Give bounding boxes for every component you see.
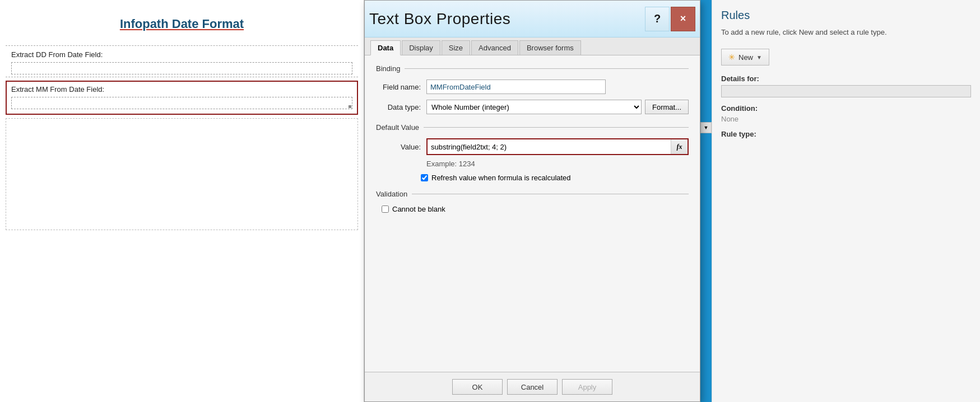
cannot-blank-label: Cannot be blank xyxy=(392,205,445,213)
rules-panel: Rules To add a new rule, click New and s… xyxy=(712,0,980,402)
binding-section-header: Binding xyxy=(376,64,689,73)
example-text: Example: 1234 xyxy=(426,160,689,168)
dd-field-label: Extract DD From Date Field: xyxy=(6,46,358,61)
rules-description: To add a new rule, click New and select … xyxy=(721,27,971,38)
tab-advanced[interactable]: Advanced xyxy=(471,40,518,55)
apply-button[interactable]: Apply xyxy=(562,379,612,395)
tab-data[interactable]: Data xyxy=(370,40,401,55)
default-value-section: Default Value xyxy=(376,123,689,132)
new-btn-container: ✳ New ▼ xyxy=(721,49,971,66)
cannot-blank-checkbox[interactable] xyxy=(382,205,389,213)
tab-display[interactable]: Display xyxy=(402,40,440,55)
cancel-button[interactable]: Cancel xyxy=(507,379,558,395)
mm-field-label: Extract MM From Date Field: xyxy=(11,85,352,94)
value-row: Value: fx xyxy=(376,138,689,155)
form-title: Infopath Date Format xyxy=(0,0,364,43)
default-value-header: Default Value xyxy=(376,123,689,132)
rule-type-section: Rule type: xyxy=(721,130,971,138)
text-box-properties-dialog: Text Box Properties ? × Data Display Siz… xyxy=(364,0,700,402)
validation-section: Validation Cannot be blank xyxy=(376,190,689,213)
dialog-footer: OK Cancel Apply xyxy=(365,372,700,401)
blue-strip xyxy=(700,0,712,402)
dialog-close-button[interactable]: × xyxy=(671,7,695,31)
mm-field-selected-container: Extract MM From Date Field: xyxy=(6,81,358,115)
value-label: Value: xyxy=(376,143,426,151)
condition-section: Condition: None xyxy=(721,104,971,123)
format-button[interactable]: Format... xyxy=(645,100,689,114)
dialog-tabs: Data Display Size Advanced Browser forms xyxy=(365,38,700,55)
dialog-area: ▼ Text Box Properties ? × Data Display S… xyxy=(364,0,712,402)
value-input-container: fx xyxy=(426,138,689,155)
dialog-titlebar: Text Box Properties ? × xyxy=(365,1,700,38)
details-label: Details for: xyxy=(721,74,971,83)
form-empty-section xyxy=(6,118,358,230)
data-type-input-row: Whole Number (integer) Format... xyxy=(426,100,689,114)
field-name-label: Field name: xyxy=(376,83,426,91)
form-section-dd: Extract DD From Date Field: xyxy=(6,45,358,77)
fx-button[interactable]: fx xyxy=(671,139,688,154)
condition-value: None xyxy=(721,115,971,123)
dialog-help-button[interactable]: ? xyxy=(645,7,670,31)
side-dropdown-arrow[interactable]: ▼ xyxy=(700,122,712,133)
dialog-title: Text Box Properties xyxy=(369,10,510,28)
form-area: Infopath Date Format Extract DD From Dat… xyxy=(0,0,364,402)
new-btn-label: New xyxy=(739,53,753,62)
rules-title: Rules xyxy=(721,9,971,22)
condition-label: Condition: xyxy=(721,104,971,113)
value-input[interactable] xyxy=(428,139,671,154)
rule-type-label: Rule type: xyxy=(721,130,971,138)
mm-field-input[interactable] xyxy=(11,97,352,109)
details-section: Details for: xyxy=(721,74,971,97)
tab-size[interactable]: Size xyxy=(442,40,470,55)
side-arrows: ▼ xyxy=(700,122,712,133)
resize-handle xyxy=(349,105,351,108)
data-type-label: Data type: xyxy=(376,103,426,111)
new-btn-dropdown-arrow: ▼ xyxy=(756,54,762,60)
dialog-title-buttons: ? × xyxy=(645,7,695,31)
new-rule-button[interactable]: ✳ New ▼ xyxy=(721,49,769,66)
new-btn-star: ✳ xyxy=(728,53,735,62)
dd-field-input[interactable] xyxy=(11,62,352,74)
data-type-row: Data type: Whole Number (integer) Format… xyxy=(376,100,689,114)
tab-browser-forms[interactable]: Browser forms xyxy=(519,40,581,55)
validation-section-header: Validation xyxy=(376,190,689,198)
ok-button[interactable]: OK xyxy=(452,379,503,395)
refresh-checkbox-row: Refresh value when formula is recalculat… xyxy=(421,174,689,182)
refresh-label: Refresh value when formula is recalculat… xyxy=(431,174,571,182)
field-name-input[interactable] xyxy=(426,80,606,94)
details-input[interactable] xyxy=(721,85,971,97)
data-type-select[interactable]: Whole Number (integer) xyxy=(426,100,642,114)
field-name-row: Field name: xyxy=(376,80,689,94)
cannot-blank-row: Cannot be blank xyxy=(382,205,689,213)
refresh-checkbox[interactable] xyxy=(421,174,428,181)
dialog-content: Binding Field name: Data type: Whole Num… xyxy=(365,55,700,372)
